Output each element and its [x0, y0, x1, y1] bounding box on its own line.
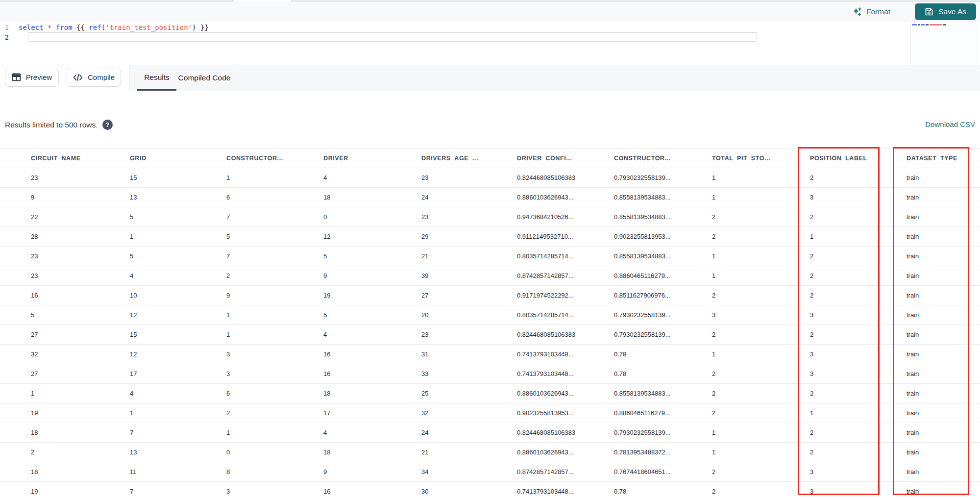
- table-cell: 1: [706, 266, 804, 286]
- sql-editor[interactable]: 1 select * from {{ ref('train_test_posit…: [0, 22, 980, 65]
- table-cell: 2: [706, 286, 804, 305]
- table-cell: 4: [123, 266, 220, 286]
- sparkles-icon: [852, 7, 862, 17]
- table-cell: 18: [0, 423, 123, 443]
- table-cell: 7: [123, 423, 220, 443]
- table-cell: train: [900, 325, 980, 345]
- table-cell: 2: [220, 266, 317, 286]
- table-cell: 3: [220, 482, 317, 500]
- table-cell: 1: [220, 325, 317, 345]
- tab-compiled-code[interactable]: Compiled Code: [177, 65, 231, 91]
- table-row: 271514230.8244680851063830.7930232558139…: [0, 325, 980, 345]
- table-cell: 18: [317, 443, 415, 462]
- table-cell: 2: [706, 462, 804, 482]
- table-cell: 5: [0, 305, 123, 325]
- table-cell: 0.8860103626943...: [511, 188, 608, 207]
- table-cell: 16: [317, 345, 415, 364]
- table-cell: 5: [123, 207, 220, 227]
- compile-button[interactable]: Compile: [67, 68, 121, 87]
- table-cell: 2: [804, 168, 900, 188]
- table-cell: 16: [317, 482, 415, 500]
- table-cell: 12: [317, 227, 415, 247]
- table-cell: 21: [415, 247, 511, 266]
- table-cell: train: [900, 207, 980, 227]
- format-button[interactable]: Format: [852, 7, 890, 17]
- table-cell: 0.8558139534883...: [608, 384, 706, 403]
- table-cell: 16: [0, 286, 123, 305]
- table-cell: 15: [123, 168, 220, 188]
- table-cell: train: [900, 227, 980, 247]
- table-cell: 29: [415, 227, 511, 247]
- column-header: CONSTRUCTOR...: [608, 149, 706, 168]
- table-cell: 4: [317, 168, 415, 188]
- table-cell: 3: [804, 305, 900, 325]
- table-cell: 9: [317, 462, 415, 482]
- editor-toolbar: Format Save As: [0, 2, 980, 22]
- table-cell: 0.7413793103448...: [511, 345, 608, 364]
- table-row: 213018210.8860103626943...0.781395348837…: [0, 443, 980, 462]
- results-panel-header: Preview Compile Results Compiled Code: [0, 65, 980, 91]
- table-cell: 1: [804, 227, 900, 247]
- table-cell: 23: [415, 207, 511, 227]
- table-cell: 24: [415, 423, 511, 443]
- table-cell: train: [900, 482, 980, 500]
- table-cell: 6: [220, 188, 317, 207]
- table-cell: 2: [706, 403, 804, 423]
- table-cell: 4: [123, 384, 220, 403]
- tabs-background: [129, 65, 980, 91]
- table-cell: 0.7413793103448...: [511, 364, 608, 384]
- table-cell: train: [900, 286, 980, 305]
- table-cell: 3: [220, 345, 317, 364]
- preview-button[interactable]: Preview: [5, 68, 59, 87]
- table-cell: 23: [0, 247, 123, 266]
- table-cell: 1: [0, 384, 123, 403]
- tab-results[interactable]: Results: [137, 65, 176, 91]
- code-token: [51, 24, 55, 31]
- table-cell: 0.9112149532710...: [511, 227, 608, 247]
- table-cell: 0.8742857142857...: [511, 266, 608, 286]
- table-cell: 2: [804, 443, 900, 462]
- floppy-disk-icon: [925, 7, 933, 16]
- save-as-button[interactable]: Save As: [915, 3, 976, 20]
- table-cell: 0.824468085106383: [511, 168, 608, 188]
- column-header: TOTAL_PIT_STO...: [706, 149, 804, 168]
- table-cell: 0.7930232558139...: [608, 423, 706, 443]
- table-cell: 0.7813953488372...: [608, 443, 706, 462]
- save-as-label: Save As: [938, 7, 966, 16]
- table-cell: 27: [0, 325, 123, 345]
- tab-results-label: Results: [144, 73, 170, 82]
- table-row: 281512290.9112149532710...0.902325581395…: [0, 227, 980, 247]
- table-cell: 23: [0, 266, 123, 286]
- table-cell: 19: [0, 403, 123, 423]
- results-table-wrap: CIRCUIT_NAMEGRIDCONSTRUCTOR...DRIVERDRIV…: [0, 148, 980, 500]
- format-label: Format: [866, 7, 890, 16]
- code-token: [44, 24, 48, 31]
- table-cell: 5: [220, 227, 317, 247]
- table-cell: train: [900, 305, 980, 325]
- table-cell: 0.8035714285714...: [511, 247, 608, 266]
- active-line-cursor-box[interactable]: [28, 32, 757, 42]
- table-cell: 0.824468085106383: [511, 325, 608, 345]
- table-cell: 2: [706, 482, 804, 500]
- table-cell: train: [900, 384, 980, 403]
- table-cell: train: [900, 168, 980, 188]
- editor-minimap[interactable]: [910, 22, 979, 65]
- table-cell: 39: [415, 266, 511, 286]
- table-cell: 2: [804, 325, 900, 345]
- table-grid-icon: [12, 73, 21, 82]
- table-cell: 24: [415, 188, 511, 207]
- table-cell: 3: [804, 188, 900, 207]
- help-icon[interactable]: ?: [102, 120, 113, 130]
- ide-screen: Format Save As 1 select * from {{ ref('t…: [0, 0, 980, 500]
- column-header: CONSTRUCTOR...: [220, 149, 317, 168]
- table-cell: 2: [804, 384, 900, 403]
- table-cell: 1: [220, 168, 317, 188]
- table-cell: 5: [317, 247, 415, 266]
- table-cell: 2: [220, 403, 317, 423]
- download-csv-link[interactable]: Download CSV: [925, 120, 975, 128]
- table-cell: 1: [220, 423, 317, 443]
- table-cell: 19: [0, 482, 123, 500]
- table-cell: 3: [706, 305, 804, 325]
- table-cell: 0: [317, 207, 415, 227]
- code-line-1[interactable]: 1 select * from {{ ref('train_test_posit…: [0, 23, 906, 32]
